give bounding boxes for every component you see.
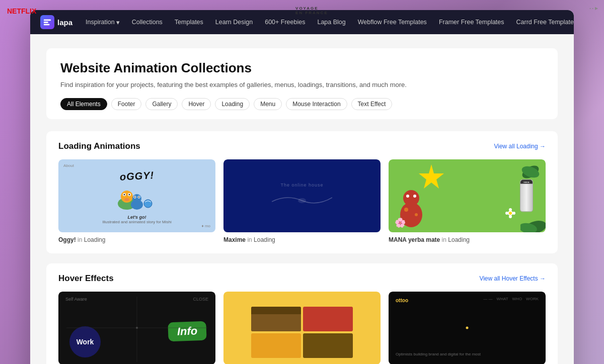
mana-star	[419, 164, 444, 190]
svg-point-37	[136, 327, 138, 329]
filter-text-effect[interactable]: Text Effect	[351, 98, 393, 110]
hover-cards-grid: Self Aware CLOSE Work Info	[58, 292, 546, 365]
card-image-mana: MANA 🌸	[389, 159, 546, 232]
view-all-hover-link[interactable]: View all Hover Effects →	[479, 275, 546, 282]
card-mana[interactable]: MANA 🌸	[389, 159, 546, 243]
nav-learn-design[interactable]: Learn Design	[210, 16, 258, 29]
optimists-logo: ottoo	[396, 298, 408, 303]
main-content: Website Animation Collections Find inspi…	[30, 34, 574, 364]
hover-section: Hover Effects View all Hover Effects → S…	[46, 263, 558, 365]
filter-all-elements[interactable]: All Elements	[60, 98, 107, 110]
card-caption-maxime: Maxime in Loading	[223, 236, 381, 243]
svg-point-26	[415, 213, 418, 216]
nav-framer[interactable]: Framer Free Templates	[434, 16, 509, 29]
selfaware-bg: Self Aware CLOSE Work Info	[58, 292, 215, 365]
netflix-img-3	[251, 333, 301, 358]
nav-collections[interactable]: Collections	[127, 16, 168, 29]
oggy-sub: Let's go! Illustrated and animated story…	[102, 215, 171, 224]
nav-freebies[interactable]: 600+ Freebies	[260, 16, 310, 29]
card-optimists[interactable]: ottoo — — WHAT WHO WORK Optimists buildi…	[389, 292, 546, 365]
svg-point-31	[512, 212, 515, 215]
card-image-optimists: ottoo — — WHAT WHO WORK Optimists buildi…	[389, 292, 546, 365]
loading-section: Loading Animations View all Loading → oG…	[46, 131, 558, 253]
page-header: Website Animation Collections Find inspi…	[46, 48, 558, 119]
mana-leaves-bottom	[520, 217, 546, 232]
filter-menu[interactable]: Menu	[254, 98, 282, 110]
card-image-maxime: The online house	[223, 159, 381, 232]
netflix-img-2	[303, 307, 353, 331]
mana-flower-white	[505, 208, 515, 218]
card-maxime[interactable]: The online house Maxime in	[223, 159, 381, 243]
card-caption-oggy: Oggy! in Loading	[58, 236, 215, 243]
card-image-netflix: NETFLIX VOYAGEEN FRANCE	[223, 292, 381, 365]
maxime-content: The online house	[272, 183, 332, 209]
section-header-loading: Loading Animations View all Loading →	[58, 141, 546, 151]
maxime-name: Maxime	[223, 236, 246, 243]
card-netflix[interactable]: NETFLIX VOYAGEEN FRANCE	[223, 292, 381, 365]
nav-templates[interactable]: Templates	[170, 16, 208, 29]
svg-point-8	[128, 194, 130, 195]
filter-gallery[interactable]: Gallery	[145, 98, 178, 110]
svg-point-32	[509, 212, 512, 215]
maxime-text: The online house	[272, 183, 332, 188]
svg-point-22	[403, 190, 419, 206]
card-oggy[interactable]: oGGY!	[58, 159, 215, 243]
svg-point-7	[123, 194, 125, 195]
optimists-text: Optimists building brand and digital for…	[396, 351, 481, 357]
view-all-loading-link[interactable]: View all Loading →	[494, 143, 546, 150]
nav-inspiration[interactable]: Inspiration ▾	[81, 16, 125, 29]
netflix-bg: NETFLIX VOYAGEEN FRANCE	[223, 292, 381, 365]
svg-rect-0	[44, 20, 51, 21]
svg-point-29	[509, 215, 512, 218]
svg-point-28	[509, 208, 512, 211]
filter-mouse-interaction[interactable]: Mouse Interaction	[286, 98, 347, 110]
optimists-bg: ottoo — — WHAT WHO WORK Optimists buildi…	[389, 292, 546, 365]
svg-rect-2	[44, 24, 50, 26]
svg-point-9	[124, 198, 129, 201]
svg-marker-18	[419, 164, 444, 189]
oggy-cartoon	[116, 184, 159, 211]
section-header-hover: Hover Effects View all Hover Effects →	[58, 274, 546, 284]
connection-lines	[58, 292, 215, 365]
svg-point-23	[406, 195, 409, 198]
oggy-bg: oGGY!	[58, 159, 215, 232]
oggy-title: oGGY!	[119, 169, 154, 183]
filter-loading[interactable]: Loading	[215, 98, 250, 110]
card-image-oggy: oGGY!	[58, 159, 215, 232]
card-caption-mana: MANA yerba mate in Loading	[389, 236, 546, 243]
netflix-img-4	[303, 333, 353, 358]
filter-footer[interactable]: Footer	[111, 98, 142, 110]
svg-point-17	[298, 198, 306, 203]
card-image-selfaware: Self Aware CLOSE Work Info	[58, 292, 215, 365]
maxime-wave	[272, 192, 332, 207]
filter-tags: All Elements Footer Gallery Hover Loadin…	[60, 98, 544, 110]
card-selfaware[interactable]: Self Aware CLOSE Work Info	[58, 292, 215, 365]
oggy-name: Oggy!	[58, 236, 76, 243]
svg-point-14	[134, 196, 135, 197]
svg-point-24	[413, 195, 416, 198]
logo-area[interactable]: lapa	[40, 15, 72, 29]
logo-text: lapa	[57, 18, 72, 27]
optimists-dot	[466, 327, 469, 329]
logo-icon	[40, 15, 54, 29]
svg-point-11	[132, 194, 141, 203]
mana-name: MANA yerba mate	[389, 236, 440, 243]
oggy-about: About	[63, 163, 74, 168]
loading-section-title: Loading Animations	[58, 141, 140, 151]
maxime-bg: The online house	[223, 159, 381, 232]
nav-webflow[interactable]: Webflow Free Templates	[353, 16, 432, 29]
filter-hover[interactable]: Hover	[182, 98, 211, 110]
nav-blog[interactable]: Lapa Blog	[312, 16, 350, 29]
optimists-nav: — — WHAT WHO WORK	[483, 297, 539, 301]
page-title: Website Animation Collections	[60, 60, 544, 76]
page-subtitle: Find inspiration for your projects, feat…	[60, 80, 544, 90]
mana-leaves-top	[520, 162, 541, 182]
nav-carrd[interactable]: Carrd Free Templates	[511, 16, 574, 29]
svg-rect-1	[44, 22, 48, 23]
mana-flower-orange: 🌸	[395, 217, 406, 228]
loading-cards-grid: oGGY!	[58, 159, 546, 243]
hover-section-title: Hover Effects	[58, 274, 114, 284]
mana-can: MANA	[520, 179, 533, 212]
oggy-credit: ♦ mo	[202, 224, 210, 228]
svg-point-30	[505, 212, 508, 215]
